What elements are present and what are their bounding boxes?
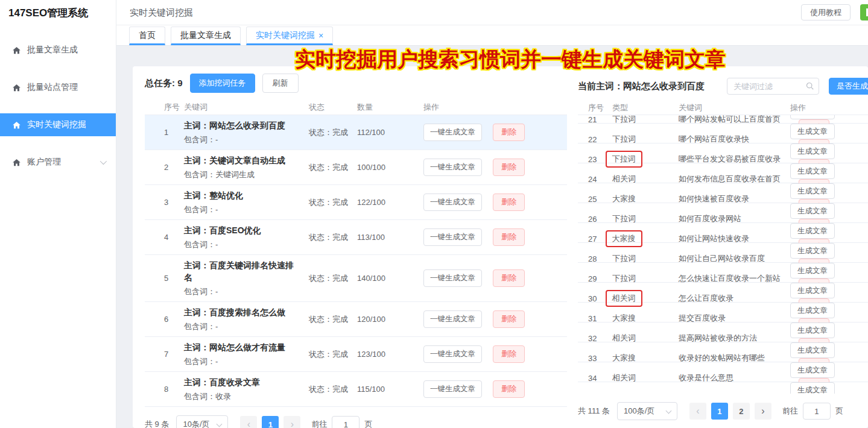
table-row: 25大家搜如何快速被百度收录生成文章删除 (578, 183, 868, 203)
row-index: 6 (164, 315, 184, 324)
refresh-button[interactable]: 刷新 (262, 74, 299, 93)
row-actions: 一键生成文章删除 (423, 380, 567, 398)
generate-article-button[interactable]: 生成文章 (790, 342, 835, 358)
keyword-type: 下拉词 (612, 214, 636, 223)
task-main-keyword: 主词：百度收录文章 (184, 376, 302, 388)
generate-article-button[interactable]: 一键生成文章 (423, 310, 482, 328)
row-index: 21 (588, 115, 612, 124)
delete-button[interactable]: 删除 (493, 310, 525, 328)
keyword-type: 下拉词 (612, 274, 636, 283)
row-actions: 一键生成文章删除 (423, 228, 567, 246)
generate-article-button[interactable]: 生成文章 (790, 243, 835, 259)
goto-page-input[interactable] (332, 416, 360, 428)
goto-page-input[interactable] (803, 403, 831, 420)
app-title: 147SEO管理系统 (0, 0, 116, 24)
tab-keyword-mining[interactable]: 实时关键词挖掘 × (246, 27, 333, 45)
prev-page-button[interactable]: ‹ (240, 416, 257, 428)
generate-article-button[interactable]: 生成文章 (790, 203, 835, 219)
keyword-cell: 主词：网站怎么做才有流量包含词：- (184, 341, 309, 367)
table-row: 3主词：整站优化包含词：-状态：完成122/100一键生成文章删除 (145, 185, 567, 220)
page-size-select[interactable]: 10条/页 (176, 415, 228, 428)
keyword-type-cell: 大家搜 (612, 230, 679, 247)
generate-article-button[interactable]: 生成文章 (790, 143, 835, 159)
page-size-select[interactable]: 100条/页 (617, 402, 677, 420)
generate-article-button[interactable]: 一键生成文章 (423, 194, 482, 211)
delete-button[interactable]: 删除 (493, 228, 525, 246)
row-index: 22 (588, 135, 612, 144)
generate-article-button[interactable]: 生成文章 (790, 303, 835, 318)
row-index: 26 (588, 215, 612, 224)
tab-home[interactable]: 首页 (129, 27, 165, 45)
generate-article-button[interactable]: 生成文章 (790, 115, 835, 119)
generate-article-button[interactable]: 一键生成文章 (423, 345, 482, 363)
tab-batch-article[interactable]: 批量文章生成 (171, 27, 241, 45)
generate-article-button[interactable]: 生成文章 (790, 283, 835, 298)
sidebar-item-batch-site[interactable]: 批量站点管理 (0, 76, 116, 99)
delete-button[interactable]: 删除 (493, 194, 525, 211)
generate-article-button[interactable]: 生成文章 (790, 223, 835, 239)
keyword-cell: 主词：百度收录文章包含词：收录 (184, 376, 309, 402)
generate-article-button[interactable]: 一键生成文章 (423, 159, 482, 176)
sidebar-item-keyword-mining[interactable]: 实时关键词挖掘 (0, 113, 116, 136)
row-index: 25 (588, 195, 612, 204)
generate-article-button[interactable]: 生成文章 (790, 362, 835, 378)
delete-button[interactable]: 删除 (493, 159, 525, 176)
page-number-button[interactable]: 2 (733, 403, 750, 420)
generate-article-button[interactable]: 一键生成文章 (423, 380, 482, 398)
generate-article-button[interactable]: 生成文章 (790, 163, 835, 179)
keyword-type-cell: 下拉词 (612, 392, 679, 394)
generate-article-button[interactable]: 一键生成文章 (423, 228, 482, 246)
keyword-type-cell: 下拉词 (612, 253, 679, 264)
generate-article-button[interactable]: 生成文章 (790, 124, 835, 139)
keyword-text: 如何快速被百度收录 (679, 194, 790, 204)
delete-button[interactable]: 删除 (493, 269, 525, 287)
keyword-type: 下拉词 (612, 254, 636, 263)
keyword-type-cell: 相关词 (612, 174, 679, 184)
add-mining-task-button[interactable]: 添加挖词任务 (190, 74, 255, 93)
generate-article-button[interactable]: 生成文章 (790, 183, 835, 199)
generate-article-button[interactable]: 生成文章 (790, 263, 835, 279)
keyword-text: 如何发布信息百度收录在首页 (679, 174, 790, 184)
keyword-type-cell: 相关词 (612, 373, 679, 383)
table-row: 32相关词提高网站被收录的方法生成文章删除 (578, 323, 868, 342)
total-tasks: 总任务: 9 (145, 78, 183, 89)
sidebar: 147SEO管理系统 批量文章生成 批量站点管理 实时关键词挖掘 账户管理 (0, 0, 116, 428)
keyword-text: 哪个网站百度收录快 (679, 134, 790, 145)
delete-button[interactable]: 删除 (493, 345, 525, 363)
row-index: 1 (164, 128, 184, 137)
keyword-type-cell: 大家搜 (612, 194, 679, 204)
generate-article-button[interactable]: 生成文章 (790, 382, 835, 394)
page-number-button[interactable]: 1 (262, 416, 279, 428)
close-icon[interactable]: × (318, 31, 323, 40)
col-keyword: 关键词 (184, 102, 309, 113)
table-row: 27大家搜如何让网站快速收录生成文章删除 (578, 223, 868, 243)
task-status: 状态：完成 (309, 349, 357, 360)
row-actions: 生成文章删除 (790, 382, 868, 394)
next-page-button[interactable]: › (755, 403, 771, 420)
sidebar-item-batch-article[interactable]: 批量文章生成 (0, 39, 116, 61)
delete-button[interactable]: 删除 (493, 124, 525, 141)
keyword-type-cell: 下拉词 (612, 115, 679, 125)
generate-article-button[interactable]: 一键生成文章 (423, 124, 482, 141)
keyword-cell: 主词：关键词文章自动生成包含词：关键词生成 (184, 154, 309, 180)
annotation-box: 相关词 (606, 290, 642, 307)
delete-button[interactable]: 删除 (493, 380, 525, 398)
partial-green-button[interactable] (860, 4, 868, 20)
keyword-text: 如何百度收录网站 (679, 213, 790, 224)
keyword-type: 下拉词 (612, 154, 636, 163)
tutorial-button[interactable]: 使用教程 (801, 4, 851, 20)
generate-all-button[interactable]: 是否生成全部 (829, 78, 868, 95)
breadcrumb: 实时关键词挖掘 (130, 7, 193, 19)
table-row: 23下拉词哪些平台发文容易被百度收录生成文章删除 (578, 143, 868, 163)
generate-article-button[interactable]: 一键生成文章 (423, 269, 482, 287)
generate-article-button[interactable]: 生成文章 (790, 323, 835, 338)
task-count: 123/100 (357, 350, 423, 359)
table-row: 29下拉词怎么快速让百度收录一个新站生成文章删除 (578, 263, 868, 283)
table-row: 6主词：百度搜索排名怎么做包含词：-状态：完成120/100一键生成文章删除 (145, 302, 567, 337)
next-page-button[interactable]: › (284, 416, 300, 428)
sidebar-item-account[interactable]: 账户管理 (0, 151, 116, 174)
page-number-button[interactable]: 1 (711, 403, 728, 420)
row-index: 4 (164, 233, 184, 242)
prev-page-button[interactable]: ‹ (689, 403, 706, 420)
row-index: 8 (164, 385, 184, 394)
